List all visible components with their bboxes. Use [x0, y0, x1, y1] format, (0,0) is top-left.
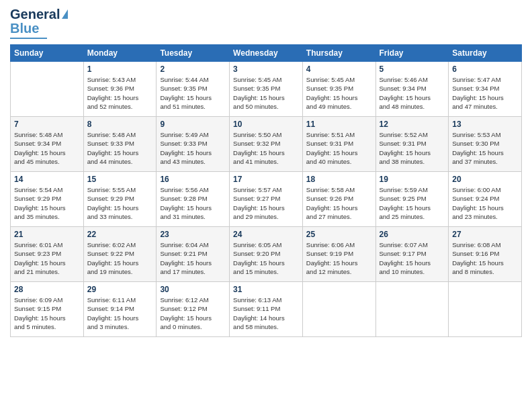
logo-general: General [10, 7, 60, 22]
day-number: 23 [160, 230, 226, 239]
day-cell [449, 282, 522, 337]
week-row-5: 28Sunrise: 6:09 AM Sunset: 9:15 PM Dayli… [11, 282, 522, 337]
day-info: Sunrise: 5:55 AM Sunset: 9:29 PM Dayligh… [87, 185, 153, 221]
col-header-wednesday: Wednesday [230, 45, 303, 62]
day-cell [375, 282, 449, 337]
day-number: 26 [380, 230, 445, 239]
week-row-2: 7Sunrise: 5:48 AM Sunset: 9:34 PM Daylig… [11, 117, 522, 172]
day-info: Sunrise: 5:48 AM Sunset: 9:34 PM Dayligh… [14, 130, 80, 166]
day-number: 21 [14, 230, 80, 239]
day-number: 2 [160, 64, 226, 74]
calendar-table: SundayMondayTuesdayWednesdayThursdayFrid… [10, 44, 522, 337]
col-header-sunday: Sunday [11, 45, 84, 62]
day-info: Sunrise: 5:58 AM Sunset: 9:26 PM Dayligh… [306, 185, 372, 221]
day-cell: 3Sunrise: 5:45 AM Sunset: 9:35 PM Daylig… [230, 62, 303, 117]
header-row: SundayMondayTuesdayWednesdayThursdayFrid… [11, 45, 522, 62]
day-info: Sunrise: 6:08 AM Sunset: 9:16 PM Dayligh… [452, 240, 518, 276]
day-cell: 20Sunrise: 6:00 AM Sunset: 9:24 PM Dayli… [449, 172, 522, 227]
day-number: 13 [452, 120, 518, 129]
day-info: Sunrise: 6:12 AM Sunset: 9:12 PM Dayligh… [160, 295, 226, 331]
day-cell: 14Sunrise: 5:54 AM Sunset: 9:29 PM Dayli… [11, 172, 84, 227]
day-cell: 25Sunrise: 6:06 AM Sunset: 9:19 PM Dayli… [302, 227, 375, 282]
day-cell: 15Sunrise: 5:55 AM Sunset: 9:29 PM Dayli… [83, 172, 157, 227]
day-info: Sunrise: 5:48 AM Sunset: 9:33 PM Dayligh… [87, 130, 153, 166]
day-cell: 24Sunrise: 6:05 AM Sunset: 9:20 PM Dayli… [230, 227, 303, 282]
day-info: Sunrise: 5:59 AM Sunset: 9:25 PM Dayligh… [380, 185, 445, 221]
day-number: 25 [306, 230, 372, 239]
col-header-monday: Monday [83, 45, 157, 62]
day-info: Sunrise: 5:46 AM Sunset: 9:34 PM Dayligh… [380, 75, 445, 111]
day-number: 16 [160, 175, 226, 184]
week-row-3: 14Sunrise: 5:54 AM Sunset: 9:29 PM Dayli… [11, 172, 522, 227]
day-info: Sunrise: 6:11 AM Sunset: 9:14 PM Dayligh… [87, 295, 153, 331]
day-number: 6 [452, 64, 518, 74]
day-number: 8 [87, 120, 153, 129]
day-cell: 19Sunrise: 5:59 AM Sunset: 9:25 PM Dayli… [375, 172, 449, 227]
day-number: 22 [87, 230, 153, 239]
week-row-4: 21Sunrise: 6:01 AM Sunset: 9:23 PM Dayli… [11, 227, 522, 282]
day-cell: 22Sunrise: 6:02 AM Sunset: 9:22 PM Dayli… [83, 227, 157, 282]
day-cell: 6Sunrise: 5:47 AM Sunset: 9:34 PM Daylig… [449, 62, 522, 117]
day-info: Sunrise: 6:04 AM Sunset: 9:21 PM Dayligh… [160, 240, 226, 276]
day-cell: 16Sunrise: 5:56 AM Sunset: 9:28 PM Dayli… [157, 172, 230, 227]
day-number: 20 [452, 175, 518, 184]
day-number: 14 [14, 175, 80, 184]
day-number: 12 [380, 120, 445, 129]
day-cell: 29Sunrise: 6:11 AM Sunset: 9:14 PM Dayli… [83, 282, 157, 337]
day-number: 4 [306, 64, 372, 74]
day-number: 18 [306, 175, 372, 184]
day-number: 9 [160, 120, 226, 129]
day-cell: 27Sunrise: 6:08 AM Sunset: 9:16 PM Dayli… [449, 227, 522, 282]
col-header-friday: Friday [375, 45, 449, 62]
day-info: Sunrise: 5:57 AM Sunset: 9:27 PM Dayligh… [233, 185, 299, 221]
day-number: 30 [160, 285, 226, 294]
day-cell [11, 62, 84, 117]
day-cell: 8Sunrise: 5:48 AM Sunset: 9:33 PM Daylig… [83, 117, 157, 172]
day-cell: 18Sunrise: 5:58 AM Sunset: 9:26 PM Dayli… [302, 172, 375, 227]
day-cell: 26Sunrise: 6:07 AM Sunset: 9:17 PM Dayli… [375, 227, 449, 282]
day-info: Sunrise: 6:02 AM Sunset: 9:22 PM Dayligh… [87, 240, 153, 276]
day-info: Sunrise: 5:49 AM Sunset: 9:33 PM Dayligh… [160, 130, 226, 166]
day-info: Sunrise: 6:07 AM Sunset: 9:17 PM Dayligh… [380, 240, 445, 276]
day-cell: 4Sunrise: 5:45 AM Sunset: 9:35 PM Daylig… [302, 62, 375, 117]
day-cell: 9Sunrise: 5:49 AM Sunset: 9:33 PM Daylig… [157, 117, 230, 172]
day-cell: 23Sunrise: 6:04 AM Sunset: 9:21 PM Dayli… [157, 227, 230, 282]
logo: General Blue [10, 7, 68, 39]
day-info: Sunrise: 5:44 AM Sunset: 9:35 PM Dayligh… [160, 75, 226, 111]
day-cell: 1Sunrise: 5:43 AM Sunset: 9:36 PM Daylig… [83, 62, 157, 117]
day-number: 7 [14, 120, 80, 129]
day-number: 19 [380, 175, 445, 184]
day-number: 31 [233, 285, 299, 294]
day-info: Sunrise: 5:52 AM Sunset: 9:31 PM Dayligh… [380, 130, 445, 166]
day-number: 3 [233, 64, 299, 74]
day-info: Sunrise: 5:45 AM Sunset: 9:35 PM Dayligh… [233, 75, 299, 111]
col-header-saturday: Saturday [449, 45, 522, 62]
day-info: Sunrise: 6:13 AM Sunset: 9:11 PM Dayligh… [233, 295, 299, 331]
day-cell: 30Sunrise: 6:12 AM Sunset: 9:12 PM Dayli… [157, 282, 230, 337]
day-cell: 28Sunrise: 6:09 AM Sunset: 9:15 PM Dayli… [11, 282, 84, 337]
day-info: Sunrise: 5:47 AM Sunset: 9:34 PM Dayligh… [452, 75, 518, 111]
day-info: Sunrise: 5:43 AM Sunset: 9:36 PM Dayligh… [87, 75, 153, 111]
day-cell: 17Sunrise: 5:57 AM Sunset: 9:27 PM Dayli… [230, 172, 303, 227]
day-info: Sunrise: 5:54 AM Sunset: 9:29 PM Dayligh… [14, 185, 80, 221]
day-cell: 31Sunrise: 6:13 AM Sunset: 9:11 PM Dayli… [230, 282, 303, 337]
day-number: 10 [233, 120, 299, 129]
day-info: Sunrise: 5:50 AM Sunset: 9:32 PM Dayligh… [233, 130, 299, 166]
day-number: 5 [380, 64, 445, 74]
day-number: 24 [233, 230, 299, 239]
day-number: 29 [87, 285, 153, 294]
day-number: 28 [14, 285, 80, 294]
day-number: 27 [452, 230, 518, 239]
day-info: Sunrise: 5:56 AM Sunset: 9:28 PM Dayligh… [160, 185, 226, 221]
day-info: Sunrise: 5:51 AM Sunset: 9:31 PM Dayligh… [306, 130, 372, 166]
day-info: Sunrise: 6:09 AM Sunset: 9:15 PM Dayligh… [14, 295, 80, 331]
logo-blue: Blue [10, 21, 39, 36]
day-info: Sunrise: 6:05 AM Sunset: 9:20 PM Dayligh… [233, 240, 299, 276]
day-cell: 13Sunrise: 5:53 AM Sunset: 9:30 PM Dayli… [449, 117, 522, 172]
day-number: 17 [233, 175, 299, 184]
day-info: Sunrise: 6:06 AM Sunset: 9:19 PM Dayligh… [306, 240, 372, 276]
day-cell: 21Sunrise: 6:01 AM Sunset: 9:23 PM Dayli… [11, 227, 84, 282]
day-info: Sunrise: 5:53 AM Sunset: 9:30 PM Dayligh… [452, 130, 518, 166]
day-cell: 2Sunrise: 5:44 AM Sunset: 9:35 PM Daylig… [157, 62, 230, 117]
col-header-thursday: Thursday [302, 45, 375, 62]
